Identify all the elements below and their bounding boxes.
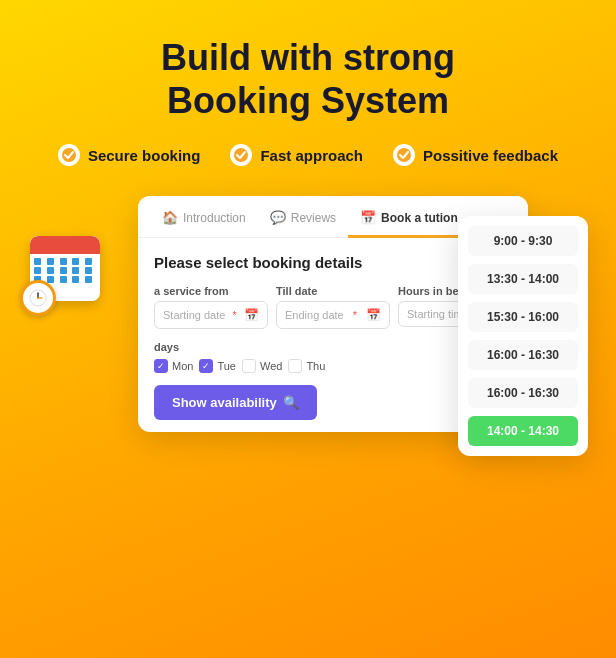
time-slot-5[interactable]: 14:00 - 14:30	[468, 416, 578, 446]
calendar-tab-icon: 📅	[360, 210, 376, 225]
chat-icon: 💬	[270, 210, 286, 225]
check-icon-secure	[58, 144, 80, 166]
check-icon-positive	[393, 144, 415, 166]
time-slots-panel: 9:00 - 9:30 13:30 - 14:00 15:30 - 16:00 …	[458, 216, 588, 456]
show-availability-button[interactable]: Show availability 🔍	[154, 385, 317, 420]
calendar-input-icon: 📅	[244, 308, 259, 322]
dots-decoration	[376, 344, 423, 372]
feature-secure: Secure booking	[58, 144, 201, 166]
time-slot-2[interactable]: 15:30 - 16:00	[468, 302, 578, 332]
calendar-header	[30, 236, 100, 254]
calendar-till-icon: 📅	[366, 308, 381, 322]
time-slot-3[interactable]: 16:00 - 16:30	[468, 340, 578, 370]
clock-icon	[20, 280, 56, 316]
day-thu[interactable]: Thu	[288, 359, 325, 373]
tab-reviews[interactable]: 💬 Reviews	[258, 196, 348, 238]
till-date-group: Till date Ending date * 📅	[276, 285, 390, 329]
day-wed[interactable]: Wed	[242, 359, 282, 373]
time-slot-0[interactable]: 9:00 - 9:30	[468, 226, 578, 256]
tab-introduction[interactable]: 🏠 Introduction	[150, 196, 258, 238]
day-tue-checkbox[interactable]	[199, 359, 213, 373]
day-tue[interactable]: Tue	[199, 359, 236, 373]
check-icon-fast	[230, 144, 252, 166]
time-slot-4[interactable]: 16:00 - 16:30	[468, 378, 578, 408]
till-input[interactable]: Ending date * 📅	[276, 301, 390, 329]
feature-positive: Possitive feedback	[393, 144, 558, 166]
time-slot-1[interactable]: 13:30 - 14:00	[468, 264, 578, 294]
day-wed-checkbox[interactable]	[242, 359, 256, 373]
service-input[interactable]: Starting date * 📅	[154, 301, 268, 329]
features-row: Secure booking Fast approach Possitive f…	[58, 144, 558, 166]
feature-fast: Fast approach	[230, 144, 363, 166]
day-mon[interactable]: Mon	[154, 359, 193, 373]
tab-book-tution[interactable]: 📅 Book a tution	[348, 196, 470, 238]
main-headline: Build with strong Booking System	[161, 36, 455, 122]
day-thu-checkbox[interactable]	[288, 359, 302, 373]
service-from-group: a service from Starting date * 📅	[154, 285, 268, 329]
service-label: a service from	[154, 285, 268, 297]
search-icon: 🔍	[283, 395, 299, 410]
home-icon: 🏠	[162, 210, 178, 225]
main-content-area: 🏠 Introduction 💬 Reviews 📅 Book a tution…	[38, 196, 578, 432]
calendar-decoration	[20, 226, 110, 316]
day-mon-checkbox[interactable]	[154, 359, 168, 373]
till-label: Till date	[276, 285, 390, 297]
